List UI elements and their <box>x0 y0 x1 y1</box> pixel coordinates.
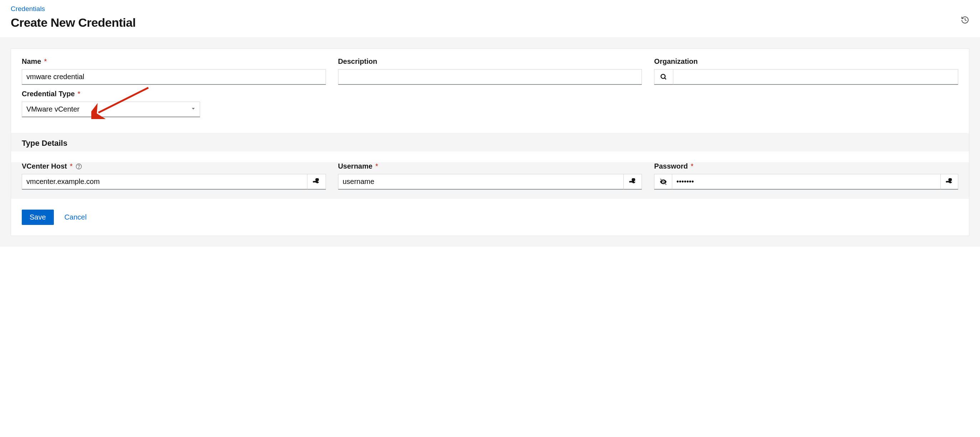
username-group: Username * <box>338 162 642 190</box>
form-footer: Save Cancel <box>11 199 969 235</box>
organization-label: Organization <box>654 57 958 65</box>
organization-search-button[interactable] <box>654 69 673 85</box>
vcenter-host-group: VCenter Host * <box>22 162 326 190</box>
type-details-heading: Type Details <box>11 133 969 151</box>
required-mark: * <box>691 162 694 170</box>
required-mark: * <box>70 162 73 170</box>
username-label-text: Username <box>338 162 373 170</box>
save-button[interactable]: Save <box>22 210 54 225</box>
content-area: Name * Description Organization <box>0 38 980 247</box>
svg-point-0 <box>661 74 665 78</box>
password-group: Password * <box>654 162 958 190</box>
credential-type-group: Credential Type * <box>22 90 326 117</box>
name-group: Name * <box>22 57 326 85</box>
organization-label-text: Organization <box>654 57 698 65</box>
key-icon <box>313 178 320 185</box>
key-icon <box>629 178 636 185</box>
organization-group: Organization <box>654 57 958 85</box>
description-label: Description <box>338 57 642 65</box>
breadcrumb-credentials[interactable]: Credentials <box>11 5 135 13</box>
vcenter-host-input[interactable] <box>22 174 307 190</box>
username-key-button[interactable] <box>624 174 642 190</box>
password-key-button[interactable] <box>940 174 958 190</box>
section-type-details: VCenter Host * <box>11 162 969 199</box>
svg-line-1 <box>665 78 666 79</box>
svg-point-4 <box>78 167 79 168</box>
eye-slash-icon <box>659 178 667 186</box>
cancel-button[interactable]: Cancel <box>65 213 87 221</box>
password-label: Password * <box>654 162 958 170</box>
password-label-text: Password <box>654 162 687 170</box>
required-mark: * <box>375 162 378 170</box>
help-icon[interactable] <box>76 163 82 170</box>
search-icon <box>660 73 667 81</box>
organization-input[interactable] <box>673 69 958 85</box>
required-mark: * <box>78 90 81 98</box>
key-icon <box>946 178 953 185</box>
credential-type-label-text: Credential Type <box>22 90 75 98</box>
credential-type-label: Credential Type * <box>22 90 326 98</box>
username-input[interactable] <box>338 174 624 190</box>
form-card: Name * Description Organization <box>11 48 969 236</box>
password-visibility-toggle[interactable] <box>654 174 671 190</box>
description-label-text: Description <box>338 57 377 65</box>
section-basic: Name * Description Organization <box>11 49 969 133</box>
credential-type-select[interactable] <box>22 102 200 117</box>
description-input[interactable] <box>338 69 642 85</box>
vcenter-host-label-text: VCenter Host <box>22 162 67 170</box>
required-mark: * <box>44 57 47 65</box>
name-label: Name * <box>22 57 326 65</box>
page-title: Create New Credential <box>11 16 135 30</box>
password-input[interactable] <box>672 174 941 190</box>
name-input[interactable] <box>22 69 326 85</box>
history-icon[interactable] <box>961 16 969 25</box>
description-group: Description <box>338 57 642 85</box>
username-label: Username * <box>338 162 642 170</box>
name-label-text: Name <box>22 57 41 65</box>
page-header: Credentials Create New Credential <box>0 0 980 38</box>
vcenter-host-key-button[interactable] <box>307 174 326 190</box>
vcenter-host-label: VCenter Host * <box>22 162 326 170</box>
